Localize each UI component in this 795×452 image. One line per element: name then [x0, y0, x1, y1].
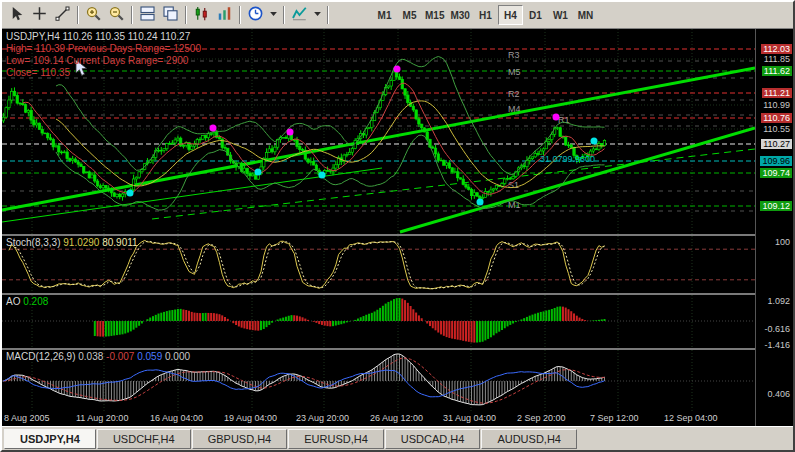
- zoom-in-icon: [86, 6, 101, 25]
- cascade-windows-button[interactable]: [159, 5, 182, 26]
- trendline-icon: [55, 6, 70, 25]
- svg-text:R2: R2: [508, 89, 520, 99]
- stoch-scale-label: 100: [773, 237, 792, 247]
- price-scale-label: 111.62: [762, 66, 792, 76]
- candlestick-chart-button[interactable]: [190, 5, 213, 26]
- timeframe-m1[interactable]: M1: [372, 5, 397, 25]
- indicators-dropdown-icon: [313, 6, 322, 25]
- price-scale-label: 111.85: [762, 54, 792, 64]
- indicators-dropdown-button[interactable]: [311, 5, 324, 26]
- toolbar: M1M5M15M30H1H4D1W1MN: [2, 2, 793, 29]
- cursor-icon: [9, 6, 24, 25]
- price-scale-label: 110.76: [761, 113, 792, 123]
- tab-usdchf-h4[interactable]: USDCHF,H4: [97, 429, 191, 449]
- cursor-button[interactable]: [5, 5, 28, 26]
- price-scale-label: 109.74: [760, 168, 792, 178]
- main-chart-panel[interactable]: R3M5R2M4R1S1M131.0799.9600: [2, 29, 755, 234]
- price-scale[interactable]: 112.03111.85111.62111.21110.99110.76110.…: [755, 29, 793, 426]
- cascade-windows-icon: [163, 6, 178, 25]
- time-axis-label: 23 Aug 20:00: [296, 413, 349, 423]
- price-scale-label: 110.55: [761, 124, 792, 134]
- toolbar-separator: [327, 6, 329, 24]
- trendline-button[interactable]: [51, 5, 74, 26]
- timeframe-m15[interactable]: M15: [422, 5, 447, 25]
- tab-audusd-h4[interactable]: AUDUSD,H4: [481, 429, 577, 449]
- period-clock-button[interactable]: [244, 5, 267, 26]
- time-axis-label: 16 Aug 04:00: [150, 413, 203, 423]
- timeframe-mn[interactable]: MN: [573, 5, 598, 25]
- macd-panel[interactable]: [2, 350, 755, 412]
- awesome-oscillator-panel[interactable]: [2, 295, 755, 348]
- toolbar-separator: [283, 6, 285, 24]
- time-axis-label: 12 Sep 04:00: [664, 413, 718, 423]
- tab-gbpusd-h4[interactable]: GBPUSD,H4: [192, 429, 288, 449]
- timeframe-m30[interactable]: M30: [447, 5, 472, 25]
- crosshair-icon: [32, 6, 47, 25]
- tab-usdcad-h4[interactable]: USDCAD,H4: [385, 429, 481, 449]
- time-axis-label: 2 Sep 20:00: [517, 413, 566, 423]
- zoom-in-button[interactable]: [82, 5, 105, 26]
- toolbar-separator: [77, 6, 79, 24]
- time-axis-label: 26 Aug 12:00: [370, 413, 423, 423]
- macd-scale-label: 0.406: [765, 389, 792, 399]
- crosshair-button[interactable]: [28, 5, 51, 26]
- ao-scale-label: 1.092: [765, 296, 792, 306]
- tile-windows-icon: [140, 6, 155, 25]
- candlestick-chart-icon: [194, 6, 209, 25]
- zoom-out-button[interactable]: [105, 5, 128, 26]
- indicators-button[interactable]: [288, 5, 311, 26]
- timeframe-h1[interactable]: H1: [473, 5, 498, 25]
- price-scale-label: 109.96: [760, 156, 792, 166]
- tab-eurusd-h4[interactable]: EURUSD,H4: [288, 429, 384, 449]
- toolbar-separator: [185, 6, 187, 24]
- time-axis-label: 31 Aug 04:00: [443, 413, 496, 423]
- toolbar-separator: [131, 6, 133, 24]
- zoom-out-icon: [109, 6, 124, 25]
- timeframe-d1[interactable]: D1: [523, 5, 548, 25]
- price-scale-label: 110.99: [761, 100, 792, 110]
- bar-chart-icon: [217, 6, 232, 25]
- svg-text:M5: M5: [508, 67, 521, 77]
- ao-scale-label: -1.416: [762, 340, 792, 350]
- timeframe-w1[interactable]: W1: [548, 5, 573, 25]
- time-axis-label: 11 Aug 20:00: [76, 413, 128, 423]
- price-scale-label: 109.12: [760, 201, 792, 211]
- time-axis[interactable]: 8 Aug 200511 Aug 20:0016 Aug 04:0019 Aug…: [2, 412, 755, 426]
- stochastic-panel[interactable]: [2, 236, 755, 293]
- period-clock-icon: [248, 6, 263, 25]
- timeframe-m5[interactable]: M5: [397, 5, 422, 25]
- period-dropdown-icon: [269, 6, 278, 25]
- price-scale-label: 110.27: [761, 139, 792, 149]
- indicators-icon: [292, 6, 307, 25]
- time-axis-label: 19 Aug 04:00: [224, 413, 277, 423]
- chart-region: R3M5R2M4R1S1M131.0799.9600 USDJPY,H4 110…: [2, 29, 793, 426]
- tile-windows-button[interactable]: [136, 5, 159, 26]
- svg-text:31.0799.9600: 31.0799.9600: [540, 154, 595, 164]
- mt4-window: M1M5M15M30H1H4D1W1MN R3M5R2M4R1S1M131.07…: [0, 0, 795, 452]
- period-dropdown-button[interactable]: [267, 5, 280, 26]
- price-scale-label: 112.03: [761, 44, 792, 54]
- bar-chart-button[interactable]: [213, 5, 236, 26]
- tab-usdjpy-h4[interactable]: USDJPY,H4: [4, 429, 96, 449]
- toolbar-separator: [239, 6, 241, 24]
- price-scale-label: 111.21: [762, 88, 792, 98]
- time-axis-label: 7 Sep 12:00: [590, 413, 639, 423]
- time-axis-label: 8 Aug 2005: [4, 413, 50, 423]
- svg-text:R3: R3: [508, 50, 520, 60]
- ao-scale-label: -0.616: [762, 324, 792, 334]
- chart-tabbar: USDJPY,H4USDCHF,H4GBPUSD,H4EURUSD,H4USDC…: [2, 426, 793, 450]
- timeframe-h4[interactable]: H4: [498, 5, 523, 25]
